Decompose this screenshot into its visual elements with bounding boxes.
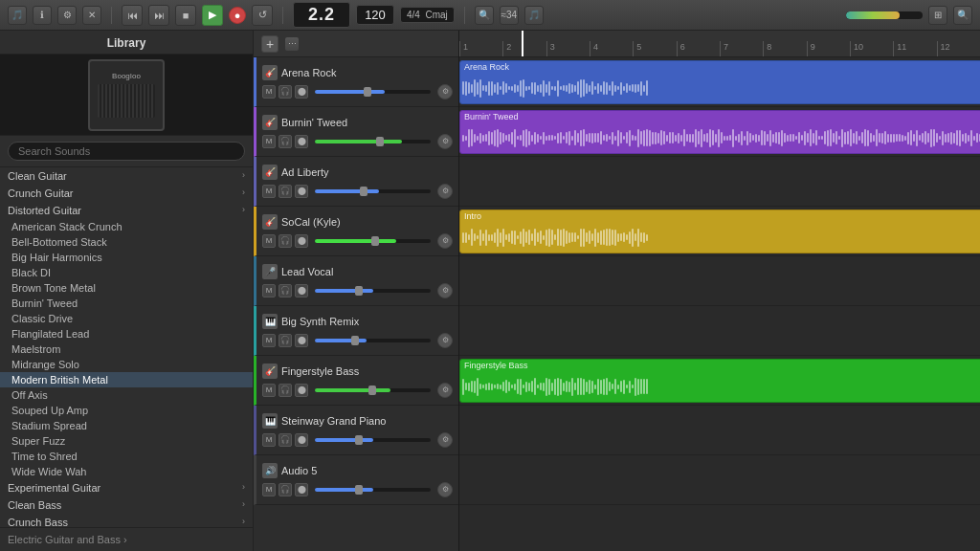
playhead[interactable] bbox=[522, 31, 523, 56]
track-mute-btn-0[interactable]: M bbox=[262, 85, 276, 99]
track-headphone-btn-7[interactable]: 🎧 bbox=[278, 433, 292, 447]
position-display[interactable]: 2.2 bbox=[293, 2, 350, 28]
library-sub-2-16[interactable]: Wide Wide Wah bbox=[0, 464, 253, 479]
fullscreen-btn[interactable]: ⊞ bbox=[928, 6, 947, 25]
search-input[interactable] bbox=[8, 142, 245, 161]
track-settings-btn-2[interactable]: ⚙ bbox=[437, 184, 453, 199]
track-record-btn-4[interactable]: ⬤ bbox=[295, 284, 308, 298]
track-fader-1[interactable] bbox=[315, 140, 431, 143]
settings-btn[interactable]: ⚙ bbox=[57, 6, 77, 25]
cycle-btn[interactable]: ↺ bbox=[252, 5, 273, 26]
library-cat-5[interactable]: Crunch Bass› bbox=[0, 514, 253, 527]
track-fader-2[interactable] bbox=[315, 189, 431, 193]
library-sub-2-11[interactable]: Off Axis bbox=[0, 387, 253, 403]
library-sub-2-1[interactable]: Bell-Bottomed Stack bbox=[0, 234, 253, 250]
track-fader-8[interactable] bbox=[315, 488, 431, 492]
library-sub-2-15[interactable]: Time to Shred bbox=[0, 449, 253, 464]
bpm-display[interactable]: 120 bbox=[356, 5, 394, 25]
track-record-btn-7[interactable]: ⬤ bbox=[295, 433, 308, 447]
track-fader-7[interactable] bbox=[315, 438, 431, 442]
library-cat-2[interactable]: Distorted Guitar› bbox=[0, 202, 253, 219]
track-headphone-btn-2[interactable]: 🎧 bbox=[278, 185, 292, 198]
clip-6-0[interactable]: Fingerstyle Bass bbox=[459, 359, 980, 403]
library-sub-2-4[interactable]: Brown Tone Metal bbox=[0, 280, 253, 296]
track-record-btn-6[interactable]: ⬤ bbox=[295, 384, 308, 397]
track-headphone-btn-3[interactable]: 🎧 bbox=[278, 234, 292, 248]
track-settings-btn-0[interactable]: ⚙ bbox=[437, 84, 453, 99]
track-headphone-btn-1[interactable]: 🎧 bbox=[278, 135, 292, 148]
clip-1-0[interactable]: Burnin' Tweed bbox=[459, 110, 980, 154]
library-sub-2-7[interactable]: Flangilated Lead bbox=[0, 326, 253, 342]
track-options-btn[interactable]: ⋯ bbox=[284, 36, 300, 52]
track-mute-btn-2[interactable]: M bbox=[262, 185, 276, 198]
track-record-btn-2[interactable]: ⬤ bbox=[295, 185, 308, 198]
track-fader-4[interactable] bbox=[315, 289, 431, 293]
track-header-7[interactable]: 🎹 Steinway Grand Piano M 🎧 ⬤ ⚙ bbox=[254, 406, 458, 455]
track-headphone-btn-6[interactable]: 🎧 bbox=[278, 384, 292, 397]
track-record-btn-8[interactable]: ⬤ bbox=[295, 483, 308, 496]
rewind-btn[interactable]: ⏮ bbox=[122, 5, 143, 26]
track-settings-btn-7[interactable]: ⚙ bbox=[437, 432, 453, 448]
library-sub-2-3[interactable]: Black DI bbox=[0, 265, 253, 280]
library-cat-4[interactable]: Clean Bass› bbox=[0, 496, 253, 514]
track-mute-btn-7[interactable]: M bbox=[262, 433, 276, 447]
ruler[interactable]: 123456789101112 bbox=[459, 31, 980, 57]
library-sub-2-2[interactable]: Big Hair Harmonics bbox=[0, 250, 253, 265]
key-display[interactable]: 4/4 Cmaj bbox=[400, 7, 455, 23]
library-sub-2-0[interactable]: American Stack Crunch bbox=[0, 219, 253, 234]
track-header-4[interactable]: 🎤 Lead Vocal M 🎧 ⬤ ⚙ bbox=[254, 256, 458, 306]
track-mute-btn-5[interactable]: M bbox=[262, 334, 276, 347]
library-sub-2-10[interactable]: Modern British Metal bbox=[0, 372, 253, 387]
library-sub-2-6[interactable]: Classic Drive bbox=[0, 311, 253, 326]
track-fader-3[interactable] bbox=[315, 239, 431, 243]
track-settings-btn-4[interactable]: ⚙ bbox=[437, 283, 453, 298]
track-settings-btn-6[interactable]: ⚙ bbox=[437, 383, 453, 398]
track-settings-btn-1[interactable]: ⚙ bbox=[437, 134, 453, 149]
library-sub-2-12[interactable]: Souped Up Amp bbox=[0, 403, 253, 418]
track-header-5[interactable]: 🎹 Big Synth Remix M 🎧 ⬤ ⚙ bbox=[254, 306, 458, 356]
track-headphone-btn-8[interactable]: 🎧 bbox=[278, 483, 292, 496]
track-mute-btn-6[interactable]: M bbox=[262, 384, 276, 397]
track-header-0[interactable]: 🎸 Arena Rock M 🎧 ⬤ ⚙ bbox=[254, 57, 458, 107]
track-mute-btn-1[interactable]: M bbox=[262, 135, 276, 148]
add-track-btn[interactable]: + bbox=[261, 35, 278, 53]
library-cat-3[interactable]: Experimental Guitar› bbox=[0, 479, 253, 496]
track-mute-btn-8[interactable]: M bbox=[262, 483, 276, 496]
track-record-btn-0[interactable]: ⬤ bbox=[295, 85, 308, 99]
zoom-btn[interactable]: 🔍 bbox=[953, 6, 972, 25]
track-headphone-btn-5[interactable]: 🎧 bbox=[278, 334, 292, 347]
track-headphone-btn-4[interactable]: 🎧 bbox=[278, 284, 292, 298]
track-record-btn-1[interactable]: ⬤ bbox=[295, 135, 308, 148]
master-level-bar[interactable] bbox=[846, 11, 923, 19]
search-btn[interactable]: 🔍 bbox=[475, 6, 494, 25]
track-headphone-btn-0[interactable]: 🎧 bbox=[278, 85, 292, 99]
track-fader-6[interactable] bbox=[315, 388, 431, 392]
library-sub-2-5[interactable]: Burnin' Tweed bbox=[0, 296, 253, 311]
info-btn[interactable]: ℹ bbox=[33, 6, 52, 25]
track-settings-btn-8[interactable]: ⚙ bbox=[437, 482, 453, 497]
library-cat-1[interactable]: Crunch Guitar› bbox=[0, 185, 253, 202]
forward-btn[interactable]: ⏭ bbox=[148, 5, 169, 26]
library-sub-2-9[interactable]: Midrange Solo bbox=[0, 357, 253, 372]
library-footer[interactable]: Electric Guitar and Bass › bbox=[0, 527, 253, 551]
track-mute-btn-3[interactable]: M bbox=[262, 234, 276, 248]
track-settings-btn-5[interactable]: ⚙ bbox=[437, 333, 453, 348]
metronome-btn[interactable]: 🎵 bbox=[524, 6, 544, 25]
track-fader-5[interactable] bbox=[315, 339, 431, 342]
library-cat-0[interactable]: Clean Guitar› bbox=[0, 167, 253, 185]
track-header-1[interactable]: 🎸 Burnin' Tweed M 🎧 ⬤ ⚙ bbox=[254, 107, 458, 157]
track-record-btn-5[interactable]: ⬤ bbox=[295, 334, 308, 347]
library-sub-2-13[interactable]: Stadium Spread bbox=[0, 418, 253, 433]
track-fader-0[interactable] bbox=[315, 90, 431, 94]
track-header-2[interactable]: 🎸 Ad Liberty M 🎧 ⬤ ⚙ bbox=[254, 157, 458, 207]
library-sub-2-8[interactable]: Maelstrom bbox=[0, 342, 253, 357]
track-mute-btn-4[interactable]: M bbox=[262, 284, 276, 298]
play-btn[interactable]: ▶ bbox=[202, 5, 223, 26]
track-settings-btn-3[interactable]: ⚙ bbox=[437, 233, 453, 249]
track-header-6[interactable]: 🎸 Fingerstyle Bass M 🎧 ⬤ ⚙ bbox=[254, 356, 458, 406]
library-sub-2-14[interactable]: Super Fuzz bbox=[0, 433, 253, 449]
stop-btn[interactable]: ■ bbox=[175, 5, 196, 26]
clip-0-0[interactable]: Arena Rock bbox=[459, 60, 980, 104]
track-record-btn-3[interactable]: ⬤ bbox=[295, 234, 308, 248]
track-header-8[interactable]: 🔊 Audio 5 M 🎧 ⬤ ⚙ bbox=[254, 455, 458, 505]
